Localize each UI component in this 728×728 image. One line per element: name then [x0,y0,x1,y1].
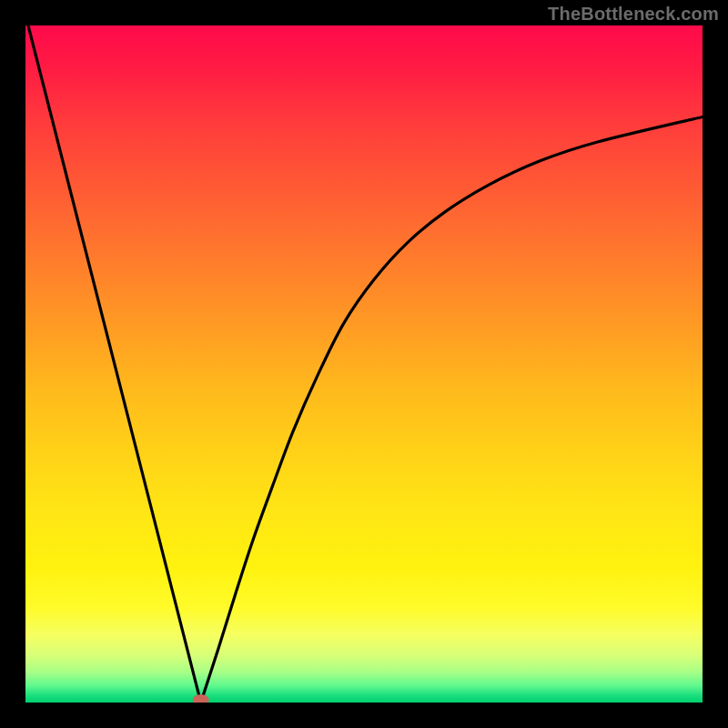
plot-area [25,25,703,703]
minimum-marker [193,694,209,703]
curve-layer [25,25,703,703]
watermark-text: TheBottleneck.com [548,4,719,25]
bottleneck-curve [28,25,703,703]
chart-frame: TheBottleneck.com [0,0,728,728]
